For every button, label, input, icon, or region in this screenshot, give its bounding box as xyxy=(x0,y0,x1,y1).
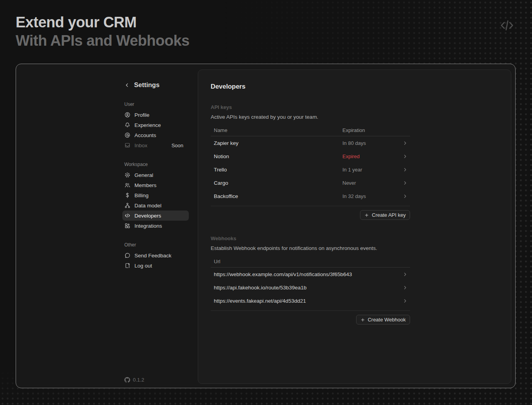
log-out-icon xyxy=(124,262,131,269)
webhooks-table-header: Url xyxy=(211,256,410,268)
users-icon xyxy=(124,182,131,188)
create-api-key-button[interactable]: Create API key xyxy=(360,210,410,220)
sidebar-item-experience[interactable]: Experience xyxy=(122,120,189,130)
webhook-url: https://api.fakehook.io/route/53b39ea1b xyxy=(211,285,402,291)
table-row[interactable]: Backoffice In 32 days xyxy=(211,189,410,203)
api-keys-table-header: Name Expiration xyxy=(211,125,410,136)
sidebar-item-send-feedback[interactable]: Send Feedback xyxy=(122,250,189,260)
sidebar-item-label: Send Feedback xyxy=(134,253,172,259)
create-api-key-label: Create API key xyxy=(372,212,406,218)
developers-panel: Developers API keys Active APIs keys cre… xyxy=(198,70,511,384)
settings-window: Settings User Profile Experience Account… xyxy=(16,64,516,388)
api-key-expiration: In 32 days xyxy=(342,193,402,199)
column-header-expiration: Expiration xyxy=(342,127,410,133)
webhooks-table: Url https://webhook.example.com/api/v1/n… xyxy=(211,256,410,325)
webhooks-footer: Create Webhook xyxy=(211,310,410,325)
sidebar-item-label: Integrations xyxy=(134,223,162,229)
chevron-right-icon xyxy=(402,271,408,277)
sidebar-item-developers[interactable]: Developers xyxy=(122,211,189,221)
sidebar-item-billing[interactable]: Billing xyxy=(122,190,189,200)
api-key-expiration: In 1 year xyxy=(342,167,402,173)
settings-sidebar: Settings User Profile Experience Account… xyxy=(122,64,189,388)
sidebar-item-label: Profile xyxy=(134,112,149,118)
table-row[interactable]: https://events.fakeapi.net/api/4d53dd21 xyxy=(211,294,410,307)
page-hero: Extend your CRM With APIs and Webhooks xyxy=(16,13,190,50)
plus-icon xyxy=(364,213,369,218)
sidebar-item-label: Inbox xyxy=(134,143,147,148)
section-label-other: Other xyxy=(124,242,189,248)
dollar-icon xyxy=(124,192,131,198)
version-number: 0.1.2 xyxy=(133,377,144,383)
soon-badge: Soon xyxy=(172,143,186,148)
chevron-right-icon xyxy=(402,140,408,146)
sidebar-item-integrations[interactable]: Integrations xyxy=(122,221,189,231)
user-circle-icon xyxy=(124,112,131,118)
api-keys-footer: Create API key xyxy=(211,206,410,220)
chevron-right-icon xyxy=(402,167,408,173)
column-header-name: Name xyxy=(211,127,342,133)
inbox-icon xyxy=(124,142,131,148)
sidebar-item-label: Log out xyxy=(134,263,152,269)
sidebar-item-accounts[interactable]: Accounts xyxy=(122,130,189,140)
api-key-name: Notion xyxy=(211,153,342,159)
settings-back-button[interactable]: Settings xyxy=(122,81,189,89)
table-row[interactable]: Trello In 1 year xyxy=(211,163,410,176)
chat-bubble-icon xyxy=(124,252,131,259)
sidebar-item-inbox: Inbox Soon xyxy=(122,140,189,150)
api-key-name: Backoffice xyxy=(211,193,342,199)
bell-icon xyxy=(124,122,131,128)
sidebar-item-label: Experience xyxy=(134,122,161,128)
api-key-name: Cargo xyxy=(211,180,342,186)
table-row[interactable]: https://webhook.example.com/api/v1/notif… xyxy=(211,268,410,281)
sidebar-item-label: Members xyxy=(134,182,156,188)
settings-title: Settings xyxy=(134,81,159,89)
app-version: 0.1.2 xyxy=(124,377,144,383)
column-header-url: Url xyxy=(211,259,342,264)
table-row[interactable]: https://api.fakehook.io/route/53b39ea1b xyxy=(211,281,410,294)
sidebar-item-label: Developers xyxy=(134,213,161,219)
section-label-user: User xyxy=(124,102,189,107)
plus-icon xyxy=(360,318,365,322)
api-key-name: Zapier key xyxy=(211,140,342,146)
api-key-name: Trello xyxy=(211,167,342,173)
api-key-expiration: Expired xyxy=(342,153,402,159)
sidebar-item-members[interactable]: Members xyxy=(122,180,189,190)
webhook-url: https://events.fakeapi.net/api/4d53dd21 xyxy=(211,298,402,304)
github-icon xyxy=(124,377,130,383)
webhook-url: https://webhook.example.com/api/v1/notif… xyxy=(211,271,402,277)
code-icon xyxy=(124,212,131,219)
code-icon xyxy=(499,18,515,33)
sidebar-item-label: Data model xyxy=(134,203,161,209)
sidebar-item-general[interactable]: General xyxy=(122,170,189,180)
hero-subtitle: With APIs and Webhooks xyxy=(16,32,190,50)
hierarchy-icon xyxy=(124,202,131,209)
api-keys-heading: API keys xyxy=(211,104,498,110)
sidebar-item-log-out[interactable]: Log out xyxy=(122,260,189,271)
create-webhook-button[interactable]: Create Webhook xyxy=(356,315,410,325)
sidebar-item-label: Accounts xyxy=(134,132,156,138)
table-row[interactable]: Cargo Never xyxy=(211,176,410,189)
section-label-workspace: Workspace xyxy=(124,162,189,167)
sidebar-item-data-model[interactable]: Data model xyxy=(122,200,189,211)
api-key-expiration: Never xyxy=(342,180,402,186)
sidebar-item-label: General xyxy=(134,172,153,178)
table-row[interactable]: Notion Expired xyxy=(211,150,410,163)
at-sign-icon xyxy=(124,132,131,138)
webhooks-heading: Webhooks xyxy=(211,236,498,241)
create-webhook-label: Create Webhook xyxy=(368,317,406,323)
chevron-right-icon xyxy=(402,298,408,304)
sidebar-item-profile[interactable]: Profile xyxy=(122,110,189,120)
chevron-right-icon xyxy=(402,180,408,186)
webhooks-description: Establish Webhook endpoints for notifica… xyxy=(211,245,498,251)
api-key-expiration: In 80 days xyxy=(342,140,402,146)
grid-plus-icon xyxy=(124,223,131,229)
chevron-left-icon xyxy=(124,82,130,88)
api-keys-description: Active APIs keys created by you or your … xyxy=(211,114,498,120)
api-keys-table: Name Expiration Zapier key In 80 days No… xyxy=(211,125,410,220)
chevron-right-icon xyxy=(402,193,408,199)
hero-title: Extend your CRM xyxy=(16,13,190,32)
gear-icon xyxy=(124,172,131,178)
chevron-right-icon xyxy=(402,285,408,291)
sidebar-item-label: Billing xyxy=(134,193,149,198)
table-row[interactable]: Zapier key In 80 days xyxy=(211,136,410,150)
